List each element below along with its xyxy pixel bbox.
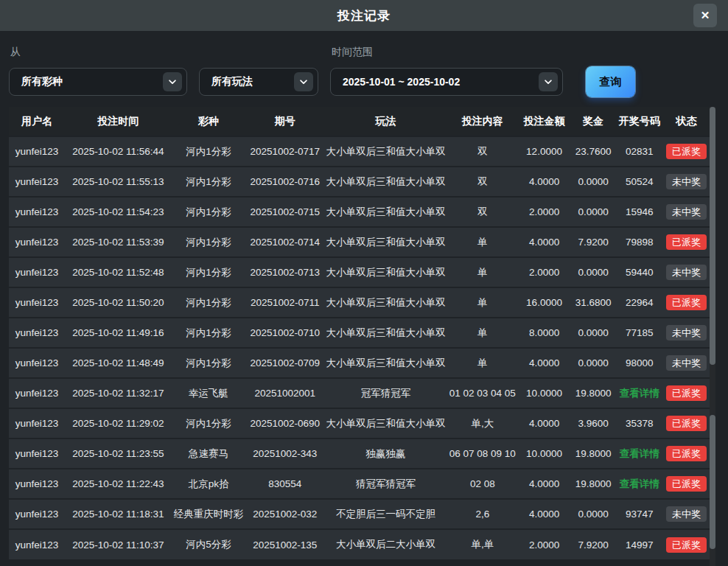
close-icon: ✕ (701, 9, 710, 22)
status-cell: 已派奖 (663, 439, 710, 469)
status-badge: 未中奖 (666, 506, 707, 522)
status-cell: 未中奖 (663, 167, 710, 197)
column-header-3: 期号 (245, 107, 324, 136)
prize-cell: 7.9200 (571, 529, 616, 559)
scrollbar-thumb[interactable] (710, 107, 715, 365)
prize-cell: 23.7600 (571, 136, 616, 167)
lottery-type-cell: 河内5分彩 (172, 529, 246, 559)
username-cell: yunfei123 (9, 499, 65, 529)
period-number-cell: 20251002-0714 (245, 227, 324, 257)
lottery-type-cell: 河内1分彩 (172, 227, 246, 257)
bet-amount-cell: 10.0000 (517, 378, 570, 408)
status-badge: 未中奖 (666, 325, 707, 340)
close-button[interactable]: ✕ (693, 4, 717, 27)
username-cell: yunfei123 (9, 378, 65, 408)
bet-time-cell: 2025-10-02 11:52:48 (65, 257, 172, 287)
view-details-link[interactable]: 查看详情 (620, 478, 659, 489)
time-range-label: 时间范围 (332, 46, 373, 59)
table-row: yunfei1232025-10-02 11:50:20河内1分彩2025100… (9, 287, 710, 318)
scrollbar[interactable] (710, 107, 715, 566)
lottery-type-cell: 河内1分彩 (172, 318, 246, 348)
lottery-type-select[interactable]: 所有彩种 (9, 68, 187, 96)
prize-cell: 0.0000 (571, 197, 616, 227)
bet-content-cell: 2,6 (447, 499, 517, 529)
bet-time-cell: 2025-10-02 11:22:43 (65, 469, 172, 499)
status-cell: 已派奖 (663, 378, 710, 408)
status-cell: 已派奖 (663, 529, 710, 559)
play-method-cell: 大小单双后三和值大小单双 (324, 167, 447, 197)
status-cell: 已派奖 (663, 227, 710, 257)
bet-time-cell: 2025-10-02 11:23:55 (65, 439, 172, 469)
period-number-cell: 20251002001 (245, 378, 324, 408)
bet-amount-cell: 2.0000 (517, 529, 570, 559)
period-number-cell: 20251002-0713 (245, 257, 324, 287)
view-details-link[interactable]: 查看详情 (620, 388, 659, 399)
status-badge: 未中奖 (666, 355, 707, 371)
status-badge: 已派奖 (666, 385, 707, 401)
status-badge: 未中奖 (666, 204, 707, 220)
period-number-cell: 20251002-343 (245, 439, 324, 469)
username-cell: yunfei123 (9, 318, 65, 348)
lottery-type-cell: 河内1分彩 (172, 257, 246, 287)
bet-content-cell: 01 02 03 04 05 (447, 378, 517, 408)
bet-amount-cell: 4.0000 (517, 348, 570, 378)
prize-cell: 19.8000 (571, 378, 616, 408)
play-method-cell: 独赢独赢 (324, 439, 447, 469)
period-number-cell: 20251002-032 (245, 499, 324, 529)
bet-content-cell: 单 (447, 257, 517, 287)
bet-amount-cell: 12.0000 (517, 136, 570, 167)
table-row: yunfei1232025-10-02 11:10:37河内5分彩2025100… (9, 529, 710, 559)
time-range-select[interactable]: 2025-10-01 ~ 2025-10-02 (330, 68, 563, 96)
page-title: 投注记录 (337, 7, 391, 24)
column-header-5: 投注内容 (447, 107, 517, 136)
status-cell: 已派奖 (663, 287, 710, 318)
lottery-type-cell: 河内1分彩 (172, 408, 246, 439)
play-method-cell: 冠军猜冠军 (324, 378, 447, 408)
table-row: yunfei1232025-10-02 11:56:44河内1分彩2025100… (9, 136, 710, 167)
bet-time-cell: 2025-10-02 11:49:16 (65, 318, 172, 348)
play-method-cell: 猜冠军猜冠军 (324, 469, 447, 499)
lottery-type-cell: 北京pk拾 (172, 469, 246, 499)
status-cell: 未中奖 (663, 318, 710, 348)
bet-amount-cell: 4.0000 (517, 408, 570, 439)
play-method-cell: 大小单双后三和值大小单双 (324, 348, 447, 378)
winning-numbers-cell: 79898 (616, 227, 664, 257)
username-cell: yunfei123 (9, 469, 65, 499)
table-row: yunfei1232025-10-02 11:23:55急速赛马20251002… (9, 439, 710, 469)
view-details-link[interactable]: 查看详情 (620, 448, 659, 459)
prize-cell: 7.9200 (571, 227, 616, 257)
column-header-4: 玩法 (324, 107, 447, 136)
status-cell: 已派奖 (663, 408, 710, 439)
period-number-cell: 20251002-0716 (245, 167, 324, 197)
chevron-down-icon (539, 72, 558, 91)
bet-time-cell: 2025-10-02 11:55:13 (65, 167, 172, 197)
bet-time-cell: 2025-10-02 11:32:17 (65, 378, 172, 408)
bet-amount-cell: 8.0000 (517, 318, 570, 348)
period-number-cell: 20251002-0717 (245, 136, 324, 167)
lottery-type-select-value: 所有彩种 (21, 75, 63, 88)
play-method-select[interactable]: 所有玩法 (199, 68, 318, 96)
status-cell: 未中奖 (663, 197, 710, 227)
status-cell: 已派奖 (663, 136, 710, 167)
bet-amount-cell: 10.0000 (517, 439, 570, 469)
play-method-cell: 大小单双后二大小单双 (324, 529, 447, 559)
scrollbar-thumb[interactable] (710, 415, 715, 549)
column-header-9: 状态 (663, 107, 710, 136)
prize-cell: 19.8000 (571, 469, 616, 499)
column-header-6: 投注金额 (517, 107, 570, 136)
period-number-cell: 20251002-0715 (245, 197, 324, 227)
table-row: yunfei1232025-10-02 11:32:17幸运飞艇20251002… (9, 378, 710, 408)
username-cell: yunfei123 (9, 287, 65, 318)
winning-numbers-cell: 查看详情 (616, 439, 664, 469)
winning-numbers-cell: 14997 (616, 529, 664, 559)
prize-cell: 0.0000 (571, 167, 616, 197)
time-range-select-value: 2025-10-01 ~ 2025-10-02 (343, 76, 460, 88)
period-number-cell: 20251002-0710 (245, 318, 324, 348)
bet-content-cell: 单,单 (447, 529, 517, 559)
from-label: 从 (10, 46, 21, 59)
prize-cell: 19.8000 (571, 439, 616, 469)
query-button[interactable]: 查询 (586, 66, 635, 97)
winning-numbers-cell: 77185 (616, 318, 664, 348)
table-row: yunfei1232025-10-02 11:52:48河内1分彩2025100… (9, 257, 710, 287)
status-badge: 未中奖 (666, 265, 707, 280)
